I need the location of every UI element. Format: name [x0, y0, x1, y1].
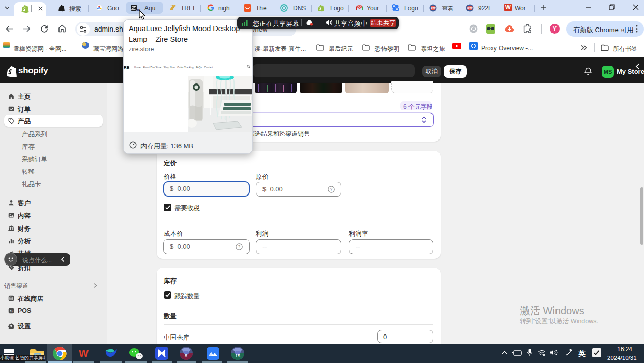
svg-text:15: 15	[235, 353, 240, 358]
svg-text:S: S	[10, 309, 12, 313]
svg-text:922: 922	[431, 7, 436, 10]
svg-text:922: 922	[467, 7, 473, 10]
svg-text:8: 8	[185, 353, 187, 358]
svg-text:?: ?	[330, 187, 333, 192]
svg-text:?: ?	[238, 244, 241, 249]
